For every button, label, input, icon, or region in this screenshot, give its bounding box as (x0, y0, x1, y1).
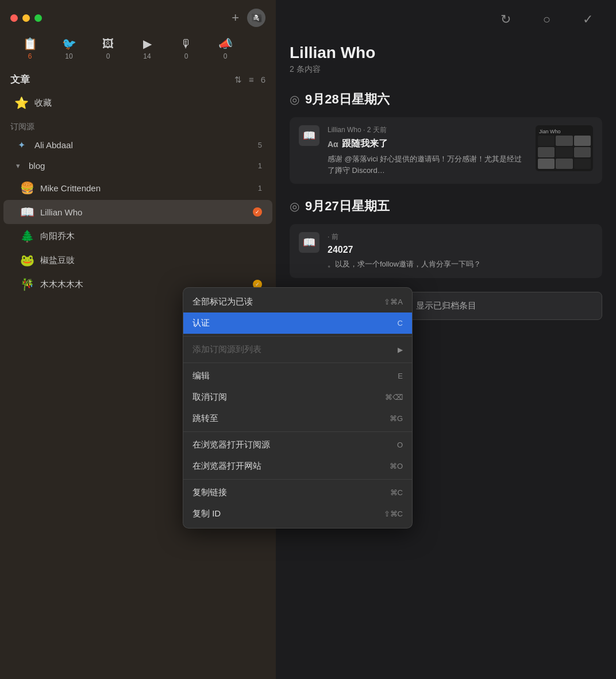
lillian-label: Lillian Who (40, 207, 247, 217)
sort-icon[interactable]: ⇅ (234, 75, 242, 85)
card-title-art2: 24027 (328, 245, 593, 255)
card-body-art2: 。以及，求一个follow邀请，人肯分享一下吗？ (328, 259, 593, 270)
date-label-sep27: 9月27日星期五 (305, 198, 390, 215)
icon-twitter[interactable]: 🐦 10 (49, 37, 88, 60)
ali-abdaal-label: Ali Abdaal (34, 140, 252, 150)
video-icon: ▶ (143, 37, 152, 51)
sidebar-item-mike[interactable]: 🍔 Mike Crittenden 1 (3, 176, 272, 200)
card-title-art1: Aα 跟随我来了 (328, 138, 528, 150)
blog-label: blog (29, 161, 253, 171)
articles-count: 6 (261, 75, 265, 84)
video-count: 14 (143, 52, 151, 60)
menu-item-edit[interactable]: 编辑 E (183, 365, 412, 387)
icon-rss[interactable]: 📋 6 (10, 37, 49, 60)
sidebar-item-blog[interactable]: ▾ blog 1 (3, 156, 272, 176)
title-bar-right: + 🏴‍☠️ (232, 9, 265, 27)
menu-copy-link-shortcut: ⌘C (390, 488, 403, 497)
menu-item-copy-id[interactable]: 复制 ID ⇧⌘C (183, 503, 412, 524)
date-section-sep27: ◎ 9月27日星期五 📖 · 前 24027 。以及，求一个follow邀请，人… (290, 198, 602, 278)
mumu-icon: 🎋 (20, 277, 34, 291)
card-icon-art2: 📖 (299, 232, 319, 253)
menu-item-goto[interactable]: 跳转至 ⌘G (183, 408, 412, 429)
section-controls: ⇅ ≡ 6 (234, 75, 265, 85)
avatar[interactable]: 🏴‍☠️ (247, 9, 265, 27)
twitter-icon: 🐦 (62, 37, 76, 51)
menu-goto-label: 跳转至 (192, 413, 218, 424)
card-icon-art1: 📖 (299, 125, 319, 146)
close-button[interactable] (10, 14, 18, 22)
sidebar-item-favorites[interactable]: ⭐ 收藏 (3, 91, 272, 115)
lillian-icon: 📖 (20, 205, 34, 219)
sidebar-item-xiangyang[interactable]: 🌲 向阳乔木 (3, 224, 272, 248)
minimize-button[interactable] (22, 14, 30, 22)
menu-add-list-label: 添加订阅源到列表 (192, 344, 261, 355)
jiao-icon: 🐸 (20, 253, 34, 267)
date-check-icon: ◎ (290, 92, 299, 106)
date-header-sep28: ◎ 9月28日星期六 (290, 91, 602, 108)
verified-icon: ✓ (253, 207, 262, 217)
card-meta-art1: Lillian Who · 2 天前 (328, 125, 528, 135)
ali-abdaal-count: 5 (258, 141, 262, 149)
card-content-art2: · 前 24027 。以及，求一个follow邀请，人肯分享一下吗？ (328, 232, 593, 270)
maximize-button[interactable] (34, 14, 42, 22)
blog-count: 1 (258, 161, 262, 170)
icon-image[interactable]: 🖼 0 (88, 37, 128, 60)
date-check-icon-2: ◎ (290, 199, 299, 213)
feed-card-art2[interactable]: 📖 · 前 24027 。以及，求一个follow邀请，人肯分享一下吗？ (290, 224, 602, 278)
icon-megaphone[interactable]: 📣 0 (206, 37, 245, 60)
megaphone-count: 0 (224, 52, 228, 60)
menu-goto-shortcut: ⌘G (390, 414, 403, 423)
xiangyang-label: 向阳乔木 (40, 231, 262, 242)
menu-item-open-browser-feed[interactable]: 在浏览器打开订阅源 O (183, 434, 412, 456)
circle-icon[interactable]: ○ (532, 2, 562, 34)
menu-mark-read-label: 全部标记为已读 (192, 296, 253, 307)
card-thumbnail-art1: Jian Who (536, 125, 593, 171)
twitter-count: 10 (65, 52, 72, 60)
menu-unsubscribe-label: 取消订阅 (192, 392, 227, 403)
menu-copy-link-label: 复制链接 (192, 487, 227, 498)
translate-icon: Aα (328, 140, 338, 149)
mike-label: Mike Crittenden (40, 183, 252, 193)
image-icon: 🖼 (102, 37, 114, 51)
title-bar: + 🏴‍☠️ (0, 0, 276, 32)
menu-mark-read-shortcut: ⇧⌘A (384, 298, 403, 306)
date-section-sep28: ◎ 9月28日星期六 📖 Lillian Who · 2 天前 Aα 跟随我来了… (290, 91, 602, 184)
icon-video[interactable]: ▶ 14 (128, 37, 167, 60)
refresh-icon[interactable]: ↻ (489, 2, 522, 34)
menu-edit-shortcut: E (398, 372, 403, 380)
right-header: ↻ ○ ✓ (276, 0, 616, 32)
lillian-badge: ✓ (253, 207, 262, 217)
date-label-sep28: 9月28日星期六 (305, 91, 390, 108)
add-button[interactable]: + (232, 10, 239, 25)
divider-4 (183, 479, 412, 480)
ali-abdaal-icon: ✦ (14, 140, 29, 151)
menu-item-mark-read[interactable]: 全部标记为已读 ⇧⌘A (183, 291, 412, 313)
sidebar-item-lillian[interactable]: 📖 Lillian Who ✓ (3, 200, 272, 224)
sidebar-item-jiao[interactable]: 🐸 椒盐豆豉 (3, 248, 272, 272)
jiao-label: 椒盐豆豉 (40, 255, 262, 266)
menu-copy-id-label: 复制 ID (192, 508, 221, 519)
menu-item-verify[interactable]: 认证 C (183, 313, 412, 334)
date-header-sep27: ◎ 9月27日星期五 (290, 198, 602, 215)
menu-verify-shortcut: C (398, 319, 403, 327)
menu-copy-id-shortcut: ⇧⌘C (384, 510, 403, 518)
xiangyang-icon: 🌲 (20, 229, 34, 243)
feed-subtitle: 2 条内容 (290, 64, 602, 75)
menu-item-copy-link[interactable]: 复制链接 ⌘C (183, 482, 412, 503)
menu-item-open-browser-site[interactable]: 在浏览器打开网站 ⌘O (183, 456, 412, 477)
image-count: 0 (106, 52, 110, 60)
menu-edit-label: 编辑 (192, 371, 210, 381)
sidebar-item-ali-abdaal[interactable]: ✦ Ali Abdaal 5 (3, 134, 272, 156)
card-content-art1: Lillian Who · 2 天前 Aα 跟随我来了 感谢 @落落vici 好… (328, 125, 528, 176)
icon-mic[interactable]: 🎙 0 (167, 37, 206, 60)
traffic-lights (10, 14, 42, 22)
checkmark-icon[interactable]: ✓ (571, 2, 605, 34)
card-meta-art2: · 前 (328, 232, 593, 242)
menu-item-unsubscribe[interactable]: 取消订阅 ⌘⌫ (183, 387, 412, 408)
feed-card-art1[interactable]: 📖 Lillian Who · 2 天前 Aα 跟随我来了 感谢 @落落vici… (290, 117, 602, 184)
filter-icon[interactable]: ≡ (249, 75, 254, 84)
megaphone-icon: 📣 (218, 37, 233, 51)
divider-3 (183, 431, 412, 432)
menu-open-feed-shortcut: O (397, 441, 403, 449)
submenu-arrow-icon: ▶ (398, 346, 403, 354)
